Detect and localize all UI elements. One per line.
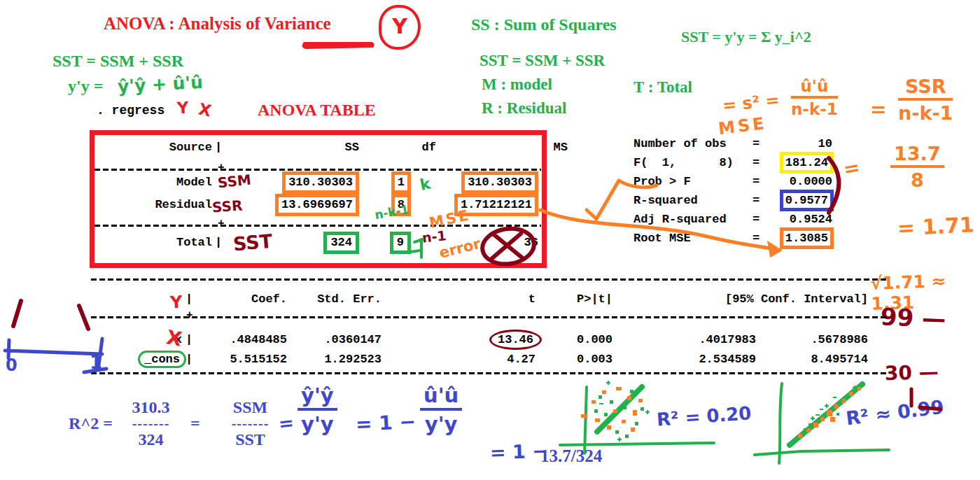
rootmse-eq: = xyxy=(752,232,768,245)
ssm-hand-label: SSM xyxy=(217,171,252,192)
left-plot-orange-dots xyxy=(581,387,643,432)
coef-separator-top xyxy=(91,278,888,281)
cons-t-value: 4.27 xyxy=(382,353,536,366)
coef-header-row: Y | Coef. Std. Err. t P>|t| [95% Conf. I… xyxy=(91,292,868,312)
r2-frac1-num: 310.3 xyxy=(118,399,184,416)
yy-equation-typed: y'y = xyxy=(68,77,103,96)
mse-frac2-den: n-k-1 xyxy=(898,101,953,124)
ssr-value-boxed: 13.6969697 xyxy=(275,194,359,216)
r2-frac1-bar: ------- xyxy=(118,416,184,431)
anova-model-row: Model 310.30303 1 310.30303 xyxy=(94,176,538,189)
mse-hand-value: = 1.71 xyxy=(897,212,974,241)
anova-pipe-total: | xyxy=(212,236,225,249)
r2-frac2-bar: ------- xyxy=(217,416,284,431)
r2-frac4-num: û'û xyxy=(420,383,462,411)
model-ms-boxed: 310.30303 xyxy=(461,171,538,194)
yy-equation-hand: ŷ'ŷ + û'û xyxy=(117,72,203,97)
ssm-value-boxed: 310.30303 xyxy=(282,171,359,194)
margin-mark-99: 99 — xyxy=(880,302,946,332)
anova-header-ms: MS xyxy=(440,141,604,154)
coef-header-t: t xyxy=(382,292,536,312)
ss-definition: SS : Sum of Squares xyxy=(471,15,617,34)
left-plot-yaxis xyxy=(584,387,587,453)
adjrsq-value: 0.9524 xyxy=(768,213,832,226)
coef-header-coef: Coef. xyxy=(196,292,287,312)
coef-depvar-hand: Y xyxy=(169,292,183,313)
stats-row-f: F( 1, 8) = 181.24 xyxy=(634,156,832,169)
sst-value-boxed: 324 xyxy=(323,232,359,254)
f-eq: = xyxy=(752,156,768,169)
stats-row-nobs: Number of obs = 10 xyxy=(634,137,832,150)
stats-row-rsq: R-squared = 0.9577 xyxy=(634,194,832,207)
mse-eq-part2: = xyxy=(870,98,886,121)
page-title: ANOVA : Analysis of Variance xyxy=(104,14,331,34)
left-plot-regression-line xyxy=(597,387,642,432)
regress-xvar-hand: X xyxy=(197,99,213,120)
coef-header-ci: [95% Conf. Interval] xyxy=(612,292,868,312)
total-df-boxed: 9 xyxy=(390,232,411,254)
left-plot-xaxis xyxy=(560,443,714,445)
probf-eq: = xyxy=(752,175,768,188)
scale-zero-label: 0 xyxy=(6,355,18,375)
coef-separator-plus: + xyxy=(186,309,193,322)
mse-frac1-num: û'û xyxy=(791,77,838,99)
rootmse-label: Root MSE xyxy=(634,232,752,245)
variance-underline xyxy=(302,42,374,49)
model-definition: M : model xyxy=(482,76,552,94)
nobs-label: Number of obs xyxy=(634,137,752,150)
model-df-boxed: 1 xyxy=(391,171,411,194)
probf-value: 0.0000 xyxy=(768,175,832,188)
left-plot-green-dots xyxy=(594,390,644,438)
rsq-value-boxed: 0.9577 xyxy=(780,190,834,211)
x-t-value-circled: 13.46 xyxy=(489,330,542,350)
stats-row-adjrsq: Adj R-squared = 0.9524 xyxy=(634,213,832,226)
stats-row-rootmse: Root MSE = 1.3085 xyxy=(634,232,832,245)
adjrsq-label: Adj R-squared xyxy=(634,213,752,226)
r2-label: R^2 = xyxy=(69,414,113,433)
margin-mark-30: 30 — xyxy=(884,360,939,386)
r2-frac4-den: y'y xyxy=(420,411,462,436)
stats-row-probf: Prob > F = 0.0000 xyxy=(634,175,832,188)
r2-eq1: = xyxy=(190,414,200,433)
sst-hand-label: SST xyxy=(232,230,274,255)
cons-p-value: 0.003 xyxy=(536,353,612,366)
r2-frac2-num: SSM xyxy=(217,399,284,416)
nobs-eq: = xyxy=(752,137,768,150)
anova-total-label: Total xyxy=(94,236,212,249)
cons-se-value: 1.292523 xyxy=(287,353,382,366)
anova-separator-1 xyxy=(94,169,541,171)
rootmse-value-boxed: 1.3085 xyxy=(780,227,834,249)
coef-header-p: P>|t| xyxy=(536,292,612,312)
anova-header-row: Source | SS df MS xyxy=(94,141,604,154)
cons-label-circled: _cons xyxy=(138,351,186,368)
anova-residual-row: Residual 13.6969697 8 1.71212121 xyxy=(94,198,538,211)
cons-ci-low: 2.534589 xyxy=(612,353,756,366)
coef-separator-bottom xyxy=(91,372,888,374)
circled-y-annotation: Y xyxy=(379,5,421,50)
anova-separator-2 xyxy=(94,225,541,227)
left-plot-plus-dots xyxy=(599,381,650,442)
right-plot-xaxis xyxy=(755,450,889,455)
anova-table-box: Source | SS df MS + Model 310.30303 1 31… xyxy=(90,130,547,268)
right-plot-yaxis xyxy=(779,383,782,463)
margin-slashes xyxy=(13,301,88,329)
circled-y-letter: Y xyxy=(392,14,407,38)
anova-separator-plus-2: + xyxy=(218,218,225,230)
anova-header-ss: SS xyxy=(225,141,384,154)
r2-frac1-den: 324 xyxy=(118,431,184,449)
sst-decomposition-mid: SST = SSM + SSR xyxy=(479,52,605,70)
anova-pipe: | xyxy=(212,141,225,154)
r2-hand-eq2: = xyxy=(277,412,295,435)
probf-label: Prob > F xyxy=(634,175,752,188)
anova-total-row: Total | 324 9 36 xyxy=(94,236,565,249)
mse-eq-part1: = s² = xyxy=(722,90,780,115)
r2-frac3-num: ŷ'ŷ xyxy=(298,383,337,411)
r2-line2-typed: 13.7/324 xyxy=(540,446,602,466)
mse-frac1-den: n-k-1 xyxy=(791,99,838,118)
scatter-low-r2-label: R² = 0.20 xyxy=(656,402,752,430)
nobs-value: 10 xyxy=(768,137,832,150)
r2-line2-hand: = 1 − xyxy=(489,440,548,464)
scatter-high-r2-label: R² ≈ 0.99 xyxy=(845,396,945,430)
residual-definition: R : Residual xyxy=(482,99,566,118)
f-label: F( 1, 8) xyxy=(634,156,752,169)
